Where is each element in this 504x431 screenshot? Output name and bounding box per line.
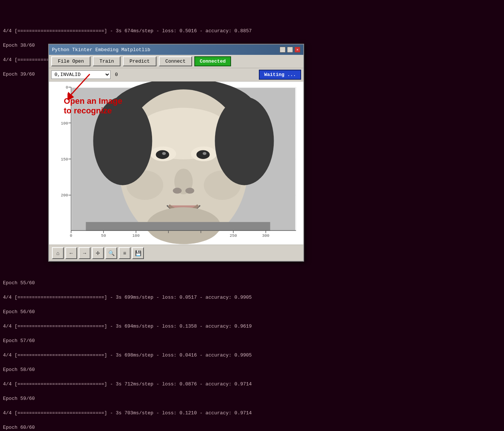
maximize-button[interactable]: □ [287, 47, 293, 53]
svg-rect-38 [86, 222, 270, 231]
back-nav-button[interactable]: ← [65, 247, 77, 259]
svg-text:0: 0 [70, 233, 72, 238]
dialog-toolbar: File Open Train Predict Connect Connecte… [49, 55, 303, 68]
svg-text:50: 50 [101, 233, 106, 238]
minimize-button[interactable]: _ [280, 47, 286, 53]
forward-nav-button[interactable]: → [79, 247, 90, 259]
svg-text:150: 150 [61, 157, 68, 162]
zoom-button[interactable]: 🔍 [105, 247, 117, 259]
svg-text:0: 0 [66, 85, 68, 90]
term-below-1: 4/4 [==============================] - 3… [3, 294, 501, 301]
svg-text:250: 250 [230, 233, 237, 238]
plot-area: Open an Image to recognize 0 100 150 200 [49, 82, 303, 245]
term-below-3: 4/4 [==============================] - 3… [3, 323, 501, 330]
waiting-button[interactable]: Waiting ... [259, 70, 301, 80]
svg-point-27 [162, 152, 166, 155]
close-button[interactable]: ✕ [294, 47, 300, 53]
connect-button[interactable]: Connect [159, 56, 192, 66]
svg-point-26 [197, 150, 210, 159]
term-below-10: Epoch 60/60 [3, 424, 501, 431]
save-button[interactable]: 💾 [132, 247, 144, 259]
term-below-4: Epoch 57/60 [3, 337, 501, 345]
home-nav-button[interactable]: ⌂ [52, 247, 64, 259]
svg-point-25 [156, 150, 169, 159]
dialog-titlebar: Python Tkinter Embeding Matplotlib _ □ ✕ [49, 44, 303, 55]
svg-point-31 [185, 188, 194, 194]
titlebar-buttons: _ □ ✕ [280, 47, 300, 53]
chart-svg: 0 100 150 200 0 50 100 150 200 250 300 [49, 82, 303, 245]
term-below-9: 4/4 [==============================] - 3… [3, 410, 501, 417]
dropdown-row: 0,INVALID 0 Waiting ... [49, 68, 303, 82]
svg-text:100: 100 [132, 233, 140, 238]
connected-button[interactable]: Connected [194, 56, 231, 66]
predict-button[interactable]: Predict [123, 56, 157, 66]
term-below-8: Epoch 59/60 [3, 395, 501, 402]
epoch-55-line: Epoch 55/60 [3, 279, 501, 287]
settings-button[interactable]: ≡ [119, 247, 131, 259]
label-dropdown[interactable]: 0,INVALID [51, 70, 111, 79]
dialog-title: Python Tkinter Embeding Matplotlib [52, 47, 150, 53]
tkinter-dialog: Python Tkinter Embeding Matplotlib _ □ ✕… [48, 44, 304, 262]
svg-point-30 [173, 188, 182, 194]
svg-point-28 [203, 152, 207, 155]
terminal-output-bottom: Epoch 55/60 4/4 [=======================… [0, 271, 504, 431]
file-open-button[interactable]: File Open [51, 56, 90, 66]
train-button[interactable]: Train [93, 56, 121, 66]
pan-button[interactable]: ✛ [92, 247, 104, 259]
term-below-6: Epoch 58/60 [3, 366, 501, 374]
term-below-2: Epoch 56/60 [3, 308, 501, 316]
term-below-5: 4/4 [==============================] - 3… [3, 352, 501, 359]
svg-text:300: 300 [262, 233, 270, 238]
counter-label: 0 [115, 72, 118, 77]
svg-text:100: 100 [61, 121, 68, 126]
svg-point-37 [215, 97, 274, 185]
term-below-7: 4/4 [==============================] - 3… [3, 381, 501, 388]
bottom-toolbar: ⌂ ← → ✛ 🔍 ≡ 💾 [49, 245, 303, 261]
svg-point-36 [93, 97, 152, 185]
term-line-1: 4/4 [==============================] - 3… [3, 27, 501, 35]
svg-text:200: 200 [61, 193, 68, 198]
